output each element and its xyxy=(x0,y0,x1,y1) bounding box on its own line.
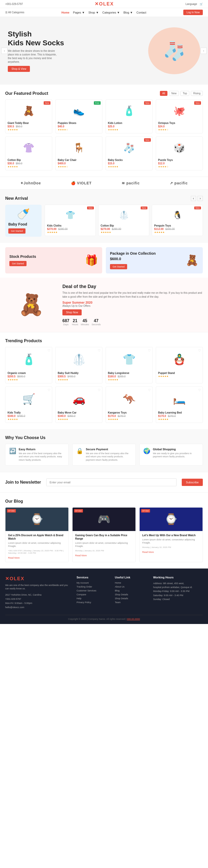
blog-post-0[interactable]: ⌚ 07 Oct Get a 25% Discount on Apple Wat… xyxy=(5,507,69,562)
footer-link-item-5[interactable]: Team xyxy=(115,601,148,604)
hero-image: 🧦 xyxy=(148,27,200,74)
trending-price: $200.5 $500.0 xyxy=(7,375,50,378)
footer-service-item-2[interactable]: Customer Services xyxy=(77,589,110,592)
filter-new[interactable]: New xyxy=(169,91,179,96)
trending-name: Kangaroo Toys xyxy=(108,411,150,414)
cart-icon[interactable]: 🛒 xyxy=(200,3,203,5)
product-image: 🎲 xyxy=(158,139,201,157)
read-more-link[interactable]: Read More xyxy=(75,554,87,557)
wishlist-icon[interactable]: ♡ xyxy=(98,349,101,352)
filter-all[interactable]: All xyxy=(160,91,167,96)
wishlist-icon[interactable]: ♡ xyxy=(148,388,151,392)
footer-service-item-1[interactable]: Tracking Order xyxy=(77,585,110,588)
blog-post-1[interactable]: 🎮 07 Oct Gaming Gears Can Buy in a Suita… xyxy=(72,507,136,562)
new-arrival-arrows: ‹ › xyxy=(191,196,203,201)
nav-links: Home Pages ▼ Shop ▼ Categories ▼ Blog ▼ … xyxy=(61,11,146,14)
footer-link-item-1[interactable]: About Us xyxy=(115,585,148,588)
new-arrival-item-2[interactable]: New 🐧 Penguin Toys $112.00 $300.00 ★★★★★ xyxy=(152,205,203,236)
product-new-price: $30.5 xyxy=(7,125,14,128)
trending-product-7[interactable]: ♡ 🛏️ Baby Learning Bed $170.0 $240.0 ★★★… xyxy=(156,386,203,423)
footer-copyright-link[interactable]: 000.00.0000 xyxy=(127,618,140,620)
blog-post-2[interactable]: ⌚ 07 Oct Let's Meet Up With Our a New Br… xyxy=(139,507,203,562)
promo-section: Stock Products Get Started 🎁 Package in … xyxy=(0,243,208,278)
wishlist-icon[interactable]: ♡ xyxy=(98,388,101,392)
login-button[interactable]: Log In Now xyxy=(183,10,203,15)
featured-product-1[interactable]: Free 👟 Puppies Shoes $40.0 ★★★★☆ xyxy=(56,99,102,133)
footer-link-item-2[interactable]: Blog xyxy=(115,589,148,592)
why-title: Secure Payment xyxy=(86,448,132,451)
featured-product-5[interactable]: 🪑 Baby Car Chair $400.0 ★★★★☆ xyxy=(56,136,102,170)
trending-old-price: $200.0 xyxy=(117,375,126,378)
na-price: $270.00 $290.00 xyxy=(47,227,93,230)
hero-next-arrow[interactable]: › xyxy=(201,48,207,54)
new-arrival-next[interactable]: › xyxy=(198,196,203,201)
featured-product-6[interactable]: New 🧦 Baby Socks $15.0 ★★★★★ xyxy=(106,136,152,170)
trending-product-0[interactable]: ♡ 🧴 Organic cream $200.5 $500.0 ★★★★★ xyxy=(5,347,52,383)
newsletter-email-input[interactable] xyxy=(46,478,177,486)
nav-categories[interactable]: Categories ▼ xyxy=(102,11,120,14)
featured-product-0[interactable]: New 🧸 Giant Teddy Bear $30.5 $50.0 ★★★★★ xyxy=(5,99,52,133)
footer-service-item-3[interactable]: Compare xyxy=(77,593,110,596)
footer-description: We are one of the best company also the … xyxy=(5,584,71,591)
brand-pacific1: ≋ pacific xyxy=(122,181,140,185)
nav-pages[interactable]: Pages ▼ xyxy=(73,11,85,14)
footer-service-item-4[interactable]: Help xyxy=(77,597,110,600)
product-stars: ★★★★★ xyxy=(108,128,150,131)
hero-prev-arrow[interactable]: ‹ xyxy=(1,48,7,54)
language-selector[interactable]: Language xyxy=(185,3,197,5)
footer-link-item-3[interactable]: Shop Details xyxy=(115,593,148,596)
footer-links-heading: Useful Link xyxy=(115,576,148,579)
footer-link-item-0[interactable]: Home xyxy=(115,582,148,584)
new-arrival-prev[interactable]: ‹ xyxy=(191,196,196,201)
featured-product-3[interactable]: New 🐙 Octopus Toys $24.0 ★★★★☆ xyxy=(156,99,203,133)
product-price: $400.0 xyxy=(58,162,100,165)
blog-date: 07 Oct xyxy=(7,509,16,513)
footer-link-item-4[interactable]: Shop Details xyxy=(115,597,148,600)
new-arrival-item-0[interactable]: New 👕 Kids Cloths $270.00 $290.00 ★★★★★ xyxy=(45,205,96,236)
footer-service-item-5[interactable]: Privacy Policy xyxy=(77,601,110,604)
wishlist-icon[interactable]: ♡ xyxy=(47,349,50,352)
logo[interactable]: ✕OLEX xyxy=(95,1,114,7)
featured-product-2[interactable]: New 🧴 Kids Lotion $25.0 ★★★★★ xyxy=(106,99,152,133)
na-badge: New xyxy=(194,207,201,209)
read-more-link[interactable]: Read More xyxy=(8,557,20,559)
deal-shop-btn[interactable]: Shop Now xyxy=(62,309,82,315)
new-arrival-header: New Arrival ‹ › xyxy=(5,196,203,201)
nav-contact[interactable]: Contact xyxy=(137,11,146,14)
hero-shop-button[interactable]: Shop & View xyxy=(8,66,30,72)
nav-blog[interactable]: Blog ▼ xyxy=(124,11,133,14)
trending-image: 🪆 xyxy=(158,349,201,370)
trending-product-4[interactable]: ♡ 🛒 Kids Trally $340.0 $490.0 ★★★★★ xyxy=(5,386,52,423)
wishlist-icon[interactable]: ♡ xyxy=(47,388,50,392)
all-categories[interactable]: ☰ All Categories xyxy=(5,11,25,14)
top-bar-right: Language 🛒 xyxy=(185,3,203,5)
wishlist-icon[interactable]: ♡ xyxy=(148,349,151,352)
na-new-price: $270.00 xyxy=(101,227,110,230)
why-header: Why You Choose Us xyxy=(5,435,203,440)
trending-product-2[interactable]: ♡ 👕 Baby Longsleeve $160.0 $200.0 ★★★★★ xyxy=(106,347,152,383)
new-arrival-item-1[interactable]: New 🥼 Cotton Bip $270.00 $290.00 ★★★★★ xyxy=(98,205,149,236)
trending-product-6[interactable]: ♡ 🦘 Kangaroo Toys $170.0 $240.0 ★★★★★ xyxy=(106,386,152,423)
filter-rising[interactable]: Rising xyxy=(191,91,203,96)
featured-product-7[interactable]: 🎲 Puzzle Toys $12.0 ★★★★☆ xyxy=(156,136,203,170)
trending-product-5[interactable]: ♡ 🚗 Baby Move Car $340.0 $360.0 ★★★★★ xyxy=(56,386,102,423)
nav-home[interactable]: Home xyxy=(61,11,69,14)
promo-collection-btn[interactable]: Get Started xyxy=(110,264,127,269)
trending-name: Baby Move Car xyxy=(58,411,100,414)
wishlist-icon[interactable]: ♡ xyxy=(198,388,201,392)
footer-service-item-0[interactable]: My Account xyxy=(77,582,110,584)
product-new-price: $12.0 xyxy=(158,162,165,165)
filter-top[interactable]: Top xyxy=(180,91,189,96)
read-more-link[interactable]: Read More xyxy=(142,551,154,553)
featured-header: Our Featured Product All New Top Rising xyxy=(5,91,203,96)
featured-product-4[interactable]: 👚 Cotton Bip $30.0 $50.0 ★★★★★ xyxy=(5,136,52,170)
blog-emoji: 🎮 xyxy=(98,513,110,525)
promo-stock-btn[interactable]: Get Started xyxy=(9,261,27,266)
nav-shop[interactable]: Shop ▼ xyxy=(89,11,99,14)
wishlist-icon[interactable]: ♡ xyxy=(198,349,201,352)
trending-product-1[interactable]: ♡ 🥼 Baby Suit Huddy $300.5 $400.0 ★★★★★ xyxy=(56,347,102,383)
newsletter-subscribe-btn[interactable]: Subscribe xyxy=(182,479,203,486)
trending-product-3[interactable]: ♡ 🪆 Puppet Stand ★★★★★ xyxy=(156,347,203,383)
trending-image: 🧴 xyxy=(7,349,50,370)
new-arrival-get-started[interactable]: Get Started xyxy=(8,228,26,234)
